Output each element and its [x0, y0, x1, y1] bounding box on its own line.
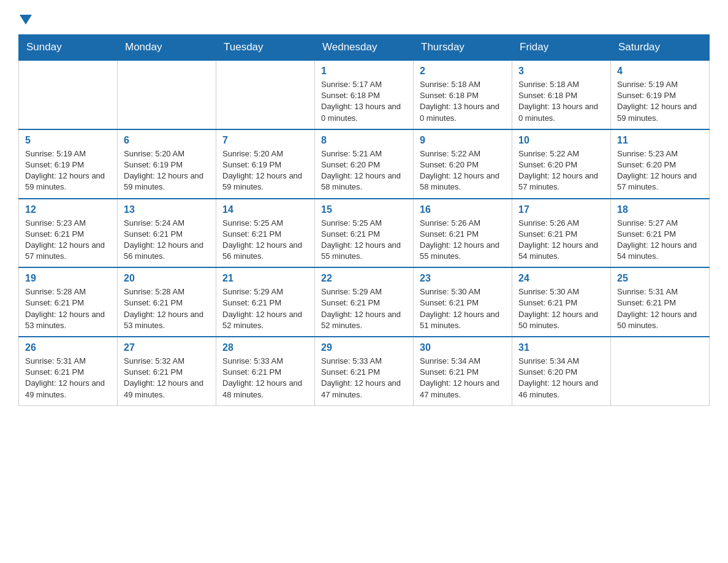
calendar-cell: 13Sunrise: 5:24 AM Sunset: 6:21 PM Dayli…: [118, 199, 216, 268]
day-info: Sunrise: 5:34 AM Sunset: 6:20 PM Dayligh…: [518, 356, 604, 400]
calendar-cell: 23Sunrise: 5:30 AM Sunset: 6:21 PM Dayli…: [414, 267, 512, 337]
calendar-cell: 9Sunrise: 5:22 AM Sunset: 6:20 PM Daylig…: [414, 129, 512, 199]
day-number: 6: [124, 135, 210, 146]
day-info: Sunrise: 5:25 AM Sunset: 6:21 PM Dayligh…: [321, 218, 407, 262]
day-info: Sunrise: 5:30 AM Sunset: 6:21 PM Dayligh…: [518, 286, 604, 331]
day-number: 23: [420, 273, 506, 284]
day-info: Sunrise: 5:22 AM Sunset: 6:20 PM Dayligh…: [518, 148, 604, 193]
day-info: Sunrise: 5:33 AM Sunset: 6:21 PM Dayligh…: [321, 356, 407, 400]
day-number: 18: [617, 204, 703, 215]
day-number: 19: [25, 273, 111, 284]
calendar-cell: 21Sunrise: 5:29 AM Sunset: 6:21 PM Dayli…: [216, 267, 315, 337]
calendar-cell: 12Sunrise: 5:23 AM Sunset: 6:21 PM Dayli…: [19, 199, 118, 268]
calendar-cell: [19, 60, 118, 129]
logo: [18, 12, 32, 25]
calendar-cell: 27Sunrise: 5:32 AM Sunset: 6:21 PM Dayli…: [118, 337, 216, 405]
day-info: Sunrise: 5:26 AM Sunset: 6:21 PM Dayligh…: [420, 218, 506, 262]
calendar-cell: 25Sunrise: 5:31 AM Sunset: 6:21 PM Dayli…: [611, 267, 710, 337]
day-number: 13: [124, 204, 210, 215]
calendar-week-row: 19Sunrise: 5:28 AM Sunset: 6:21 PM Dayli…: [19, 267, 710, 337]
calendar-cell: 28Sunrise: 5:33 AM Sunset: 6:21 PM Dayli…: [216, 337, 315, 405]
calendar-cell: 5Sunrise: 5:19 AM Sunset: 6:19 PM Daylig…: [19, 129, 118, 199]
day-number: 10: [518, 135, 604, 146]
day-info: Sunrise: 5:31 AM Sunset: 6:21 PM Dayligh…: [25, 356, 111, 400]
calendar-week-row: 1Sunrise: 5:17 AM Sunset: 6:18 PM Daylig…: [19, 60, 710, 129]
day-info: Sunrise: 5:29 AM Sunset: 6:21 PM Dayligh…: [321, 286, 407, 331]
day-info: Sunrise: 5:34 AM Sunset: 6:21 PM Dayligh…: [420, 356, 506, 400]
calendar-cell: 24Sunrise: 5:30 AM Sunset: 6:21 PM Dayli…: [512, 267, 611, 337]
day-number: 30: [420, 342, 506, 353]
calendar-cell: [611, 337, 710, 405]
day-number: 21: [222, 273, 308, 284]
day-number: 9: [420, 135, 506, 146]
calendar-cell: 26Sunrise: 5:31 AM Sunset: 6:21 PM Dayli…: [19, 337, 118, 405]
day-info: Sunrise: 5:20 AM Sunset: 6:19 PM Dayligh…: [124, 148, 210, 193]
calendar-cell: 8Sunrise: 5:21 AM Sunset: 6:20 PM Daylig…: [315, 129, 414, 199]
calendar-table: SundayMondayTuesdayWednesdayThursdayFrid…: [18, 34, 710, 406]
calendar-cell: 30Sunrise: 5:34 AM Sunset: 6:21 PM Dayli…: [414, 337, 512, 405]
day-info: Sunrise: 5:19 AM Sunset: 6:19 PM Dayligh…: [25, 148, 111, 193]
day-number: 26: [25, 342, 111, 353]
calendar-cell: 16Sunrise: 5:26 AM Sunset: 6:21 PM Dayli…: [414, 199, 512, 268]
day-number: 28: [222, 342, 308, 353]
calendar-cell: 15Sunrise: 5:25 AM Sunset: 6:21 PM Dayli…: [315, 199, 414, 268]
calendar-cell: 22Sunrise: 5:29 AM Sunset: 6:21 PM Dayli…: [315, 267, 414, 337]
day-number: 2: [420, 66, 506, 77]
day-info: Sunrise: 5:22 AM Sunset: 6:20 PM Dayligh…: [420, 148, 506, 193]
logo-triangle-icon: [20, 15, 32, 25]
day-number: 25: [617, 273, 703, 284]
calendar-header-sunday: Sunday: [19, 35, 118, 61]
calendar-cell: [216, 60, 315, 129]
calendar-cell: 1Sunrise: 5:17 AM Sunset: 6:18 PM Daylig…: [315, 60, 414, 129]
calendar-header-row: SundayMondayTuesdayWednesdayThursdayFrid…: [19, 35, 710, 61]
day-number: 12: [25, 204, 111, 215]
day-info: Sunrise: 5:18 AM Sunset: 6:18 PM Dayligh…: [420, 79, 506, 124]
calendar-cell: 20Sunrise: 5:28 AM Sunset: 6:21 PM Dayli…: [118, 267, 216, 337]
day-info: Sunrise: 5:21 AM Sunset: 6:20 PM Dayligh…: [321, 148, 407, 193]
day-info: Sunrise: 5:18 AM Sunset: 6:18 PM Dayligh…: [518, 79, 604, 124]
day-number: 14: [222, 204, 308, 215]
day-info: Sunrise: 5:29 AM Sunset: 6:21 PM Dayligh…: [222, 286, 308, 331]
day-info: Sunrise: 5:23 AM Sunset: 6:21 PM Dayligh…: [25, 218, 111, 262]
calendar-header-saturday: Saturday: [611, 35, 710, 61]
day-info: Sunrise: 5:23 AM Sunset: 6:20 PM Dayligh…: [617, 148, 703, 193]
day-number: 7: [222, 135, 308, 146]
calendar-cell: 6Sunrise: 5:20 AM Sunset: 6:19 PM Daylig…: [118, 129, 216, 199]
day-number: 5: [25, 135, 111, 146]
calendar-cell: 18Sunrise: 5:27 AM Sunset: 6:21 PM Dayli…: [611, 199, 710, 268]
calendar-cell: 29Sunrise: 5:33 AM Sunset: 6:21 PM Dayli…: [315, 337, 414, 405]
day-info: Sunrise: 5:27 AM Sunset: 6:21 PM Dayligh…: [617, 218, 703, 262]
day-number: 15: [321, 204, 407, 215]
day-number: 11: [617, 135, 703, 146]
calendar-cell: 31Sunrise: 5:34 AM Sunset: 6:20 PM Dayli…: [512, 337, 611, 405]
day-info: Sunrise: 5:31 AM Sunset: 6:21 PM Dayligh…: [617, 286, 703, 331]
day-number: 31: [518, 342, 604, 353]
day-number: 29: [321, 342, 407, 353]
day-info: Sunrise: 5:33 AM Sunset: 6:21 PM Dayligh…: [222, 356, 308, 400]
calendar-cell: 7Sunrise: 5:20 AM Sunset: 6:19 PM Daylig…: [216, 129, 315, 199]
calendar-week-row: 12Sunrise: 5:23 AM Sunset: 6:21 PM Dayli…: [19, 199, 710, 268]
day-number: 27: [124, 342, 210, 353]
day-info: Sunrise: 5:25 AM Sunset: 6:21 PM Dayligh…: [222, 218, 308, 262]
calendar-cell: 10Sunrise: 5:22 AM Sunset: 6:20 PM Dayli…: [512, 129, 611, 199]
calendar-week-row: 5Sunrise: 5:19 AM Sunset: 6:19 PM Daylig…: [19, 129, 710, 199]
day-info: Sunrise: 5:28 AM Sunset: 6:21 PM Dayligh…: [124, 286, 210, 331]
calendar-cell: 2Sunrise: 5:18 AM Sunset: 6:18 PM Daylig…: [414, 60, 512, 129]
calendar-header-monday: Monday: [118, 35, 216, 61]
page-header: [18, 12, 710, 25]
calendar-week-row: 26Sunrise: 5:31 AM Sunset: 6:21 PM Dayli…: [19, 337, 710, 405]
calendar-cell: 17Sunrise: 5:26 AM Sunset: 6:21 PM Dayli…: [512, 199, 611, 268]
day-number: 1: [321, 66, 407, 77]
day-number: 24: [518, 273, 604, 284]
day-number: 22: [321, 273, 407, 284]
day-number: 20: [124, 273, 210, 284]
calendar-header-wednesday: Wednesday: [315, 35, 414, 61]
day-number: 17: [518, 204, 604, 215]
day-info: Sunrise: 5:20 AM Sunset: 6:19 PM Dayligh…: [222, 148, 308, 193]
day-number: 3: [518, 66, 604, 77]
day-number: 16: [420, 204, 506, 215]
calendar-header-tuesday: Tuesday: [216, 35, 315, 61]
day-info: Sunrise: 5:26 AM Sunset: 6:21 PM Dayligh…: [518, 218, 604, 262]
day-number: 8: [321, 135, 407, 146]
day-info: Sunrise: 5:17 AM Sunset: 6:18 PM Dayligh…: [321, 79, 407, 124]
